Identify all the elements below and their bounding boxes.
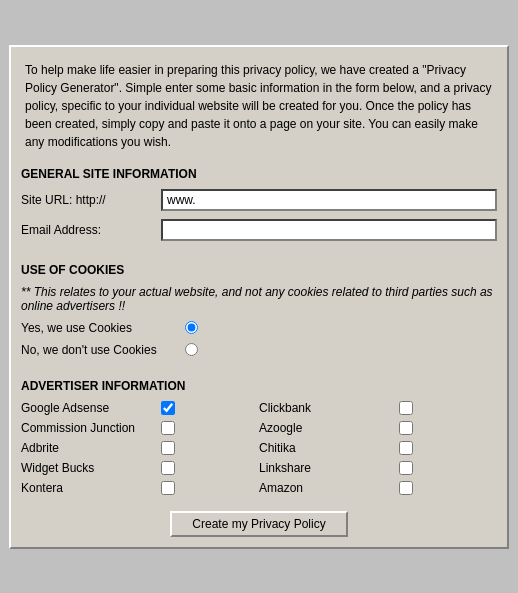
advertiser-row-kontera: Kontera (21, 481, 259, 495)
kontera-label: Kontera (21, 481, 161, 495)
advertiser-row-azoogle: Azoogle (259, 421, 497, 435)
commission-junction-checkbox[interactable] (161, 421, 175, 435)
linkshare-checkbox[interactable] (399, 461, 413, 475)
button-row: Create my Privacy Policy (21, 511, 497, 537)
azoogle-checkbox[interactable] (399, 421, 413, 435)
amazon-checkbox[interactable] (399, 481, 413, 495)
email-row: Email Address: (21, 219, 497, 241)
advertiser-section-title: ADVERTISER INFORMATION (21, 379, 497, 393)
widgetbucks-label: Widget Bucks (21, 461, 161, 475)
general-section-title: GENERAL SITE INFORMATION (21, 167, 497, 181)
advertiser-grid: Google Adsense Clickbank Commission Junc… (21, 401, 497, 495)
clickbank-label: Clickbank (259, 401, 399, 415)
no-cookies-label: No, we don't use Cookies (21, 343, 181, 357)
no-cookies-radio[interactable] (185, 343, 198, 356)
site-url-label: Site URL: http:// (21, 193, 161, 207)
commission-junction-label: Commission Junction (21, 421, 161, 435)
email-label: Email Address: (21, 223, 161, 237)
intro-text: To help make life easier in preparing th… (21, 57, 497, 155)
google-adsense-label: Google Adsense (21, 401, 161, 415)
chitika-label: Chitika (259, 441, 399, 455)
advertiser-row-commission: Commission Junction (21, 421, 259, 435)
site-url-input[interactable] (161, 189, 497, 211)
create-policy-button[interactable]: Create my Privacy Policy (170, 511, 347, 537)
clickbank-checkbox[interactable] (399, 401, 413, 415)
advertiser-row-chitika: Chitika (259, 441, 497, 455)
yes-cookies-label: Yes, we use Cookies (21, 321, 181, 335)
kontera-checkbox[interactable] (161, 481, 175, 495)
linkshare-label: Linkshare (259, 461, 399, 475)
site-url-row: Site URL: http:// (21, 189, 497, 211)
yes-cookies-radio[interactable] (185, 321, 198, 334)
advertiser-row-widgetbucks: Widget Bucks (21, 461, 259, 475)
azoogle-label: Azoogle (259, 421, 399, 435)
cookies-section-title: USE OF COOKIES (21, 263, 497, 277)
email-input[interactable] (161, 219, 497, 241)
google-adsense-checkbox[interactable] (161, 401, 175, 415)
adbrite-label: Adbrite (21, 441, 161, 455)
adbrite-checkbox[interactable] (161, 441, 175, 455)
yes-cookies-row: Yes, we use Cookies (21, 321, 497, 335)
advertiser-row-clickbank: Clickbank (259, 401, 497, 415)
advertiser-row-adbrite: Adbrite (21, 441, 259, 455)
cookies-note: ** This relates to your actual website, … (21, 285, 497, 313)
advertiser-row-amazon: Amazon (259, 481, 497, 495)
amazon-label: Amazon (259, 481, 399, 495)
no-cookies-row: No, we don't use Cookies (21, 343, 497, 357)
widgetbucks-checkbox[interactable] (161, 461, 175, 475)
main-container: To help make life easier in preparing th… (9, 45, 509, 549)
advertiser-row-linkshare: Linkshare (259, 461, 497, 475)
chitika-checkbox[interactable] (399, 441, 413, 455)
advertiser-row-google: Google Adsense (21, 401, 259, 415)
